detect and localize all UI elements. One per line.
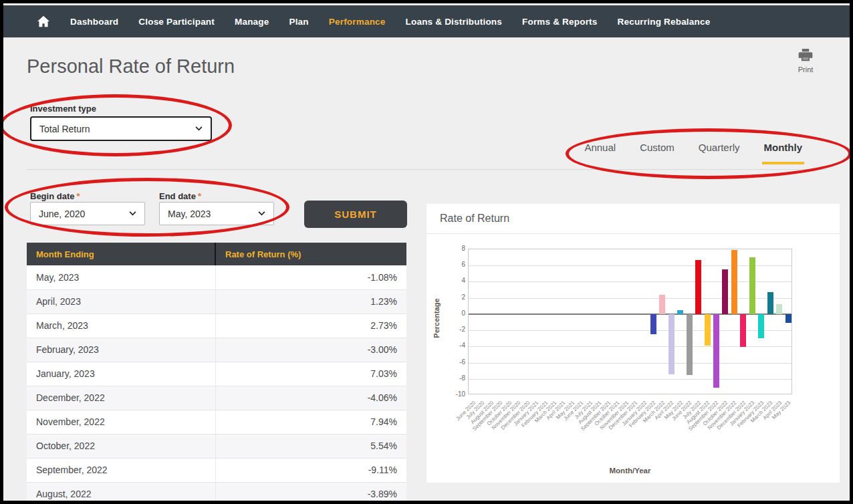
bar-april-2023: [776, 304, 782, 314]
y-axis-tick: -10: [448, 390, 465, 398]
table-row: August, 2022-3.89%: [27, 482, 406, 504]
gridline: [469, 379, 791, 380]
rate-of-return-cell: 7.03%: [215, 362, 406, 386]
nav-item-recurring-rebalance[interactable]: Recurring Rebalance: [618, 17, 711, 27]
column-header-rate-of-return: Rate of Return (%): [215, 243, 406, 265]
nav-item-close-participant[interactable]: Close Participant: [138, 17, 215, 27]
table-row: December, 2022-4.06%: [27, 386, 406, 410]
bar-september-2022: [713, 314, 719, 388]
end-date-label: End date*: [159, 191, 201, 201]
column-header-month-ending: Month Ending: [27, 243, 215, 265]
bar-october-2022: [722, 269, 728, 314]
bar-may-2022: [677, 310, 683, 314]
table-row: January, 20237.03%: [27, 362, 406, 386]
tab-monthly[interactable]: Monthly: [762, 142, 805, 164]
required-asterisk: *: [198, 191, 201, 201]
y-axis-tick: -4: [448, 342, 465, 349]
y-axis-tick: 4: [448, 277, 465, 284]
month-ending-cell: April, 2023: [27, 289, 215, 313]
gridline: [469, 265, 791, 266]
submit-button[interactable]: SUBMIT: [304, 201, 407, 228]
rate-of-return-cell: 2.73%: [215, 313, 406, 338]
begin-date-label: Begin date*: [30, 191, 80, 201]
investment-type-select[interactable]: Total Return: [30, 116, 212, 141]
rate-of-return-cell: 7.94%: [215, 410, 406, 434]
bar-february-2022: [650, 314, 656, 334]
rate-of-return-cell: -3.89%: [215, 482, 406, 504]
y-axis-title: Percentage: [433, 288, 441, 348]
required-asterisk: *: [76, 191, 80, 201]
print-icon: [798, 52, 813, 64]
rate-of-return-chart-card: Rate of Return Percentage Month/Year 864…: [426, 204, 840, 483]
bar-august-2022: [705, 314, 711, 346]
rate-of-return-cell: 1.23%: [215, 289, 406, 313]
bar-march-2023: [767, 292, 773, 314]
begin-date-value: June, 2020: [39, 209, 85, 219]
month-ending-cell: August, 2022: [27, 482, 215, 504]
y-axis-tick: 2: [448, 293, 465, 301]
end-date-select[interactable]: May, 2023: [159, 202, 274, 225]
y-axis-tick: -2: [448, 326, 465, 333]
nav-item-dashboard[interactable]: Dashboard: [70, 17, 118, 27]
chart: Percentage Month/Year 86420-2-4-6-8-10Ju…: [426, 234, 840, 483]
y-axis-tick: -6: [448, 358, 465, 366]
home-icon[interactable]: [37, 15, 50, 27]
chart-plot: [468, 249, 792, 394]
bar-november-2022: [731, 250, 737, 314]
rate-of-return-cell: -1.08%: [215, 265, 406, 289]
table-row: October, 20225.54%: [27, 434, 406, 458]
month-ending-cell: September, 2022: [27, 458, 215, 482]
y-axis-tick: 6: [448, 261, 465, 268]
rate-of-return-table: Month Ending Rate of Return (%) May, 202…: [27, 243, 406, 504]
gridline: [469, 298, 791, 299]
nav-item-forms-reports[interactable]: Forms & Reports: [522, 17, 598, 27]
table-row: September, 2022-9.11%: [27, 458, 406, 482]
tab-quarterly[interactable]: Quarterly: [697, 142, 742, 164]
investment-type-label: Investment type: [30, 104, 96, 114]
rate-of-return-cell: -9.11%: [215, 458, 406, 482]
bar-may-2023: [785, 314, 791, 323]
table-row: November, 20227.94%: [27, 410, 406, 434]
month-ending-cell: February, 2023: [27, 338, 215, 362]
table-row: March, 20232.73%: [27, 313, 406, 338]
month-ending-cell: May, 2023: [27, 265, 215, 289]
bar-june-2022: [687, 314, 693, 375]
bar-july-2022: [695, 260, 701, 314]
rate-of-return-cell: -4.06%: [215, 386, 406, 410]
bar-april-2022: [668, 314, 675, 374]
print-button[interactable]: Print: [791, 49, 820, 74]
bar-february-2023: [758, 314, 764, 338]
month-ending-cell: December, 2022: [27, 386, 215, 410]
period-tabs: AnnualCustomQuarterlyMonthly: [582, 142, 804, 164]
table-row: February, 2023-3.00%: [27, 338, 406, 362]
month-ending-cell: October, 2022: [27, 434, 215, 458]
top-nav: DashboardClose ParticipantManagePlanPerf…: [3, 5, 850, 37]
chevron-down-icon: [129, 211, 136, 216]
nav-item-plan[interactable]: Plan: [289, 17, 308, 27]
bar-march-2022: [659, 295, 665, 314]
nav-item-loans-distributions[interactable]: Loans & Distributions: [406, 17, 502, 27]
chevron-down-icon: [195, 126, 203, 131]
table-row: May, 2023-1.08%: [27, 265, 406, 289]
table-body: May, 2023-1.08%April, 20231.23%March, 20…: [27, 265, 406, 504]
y-axis-tick: 0: [448, 309, 465, 317]
tab-custom[interactable]: Custom: [638, 142, 677, 164]
gridline: [469, 363, 791, 364]
tab-annual[interactable]: Annual: [582, 142, 618, 164]
app-window: DashboardClose ParticipantManagePlanPerf…: [0, 0, 853, 504]
nav-item-manage[interactable]: Manage: [235, 17, 269, 27]
gridline: [469, 281, 791, 282]
begin-date-select[interactable]: June, 2020: [30, 202, 145, 225]
page-title: Personal Rate of Return: [27, 55, 235, 78]
chevron-down-icon: [258, 211, 265, 216]
rate-of-return-cell: 5.54%: [215, 434, 406, 458]
month-ending-cell: January, 2023: [27, 362, 215, 386]
month-ending-cell: March, 2023: [27, 313, 215, 338]
end-date-value: May, 2023: [168, 209, 211, 219]
y-axis-tick: -8: [448, 374, 465, 382]
nav-item-performance[interactable]: Performance: [329, 17, 386, 27]
print-label: Print: [791, 66, 820, 74]
month-ending-cell: November, 2022: [27, 410, 215, 434]
bar-january-2023: [749, 257, 755, 314]
section-divider: [27, 169, 826, 170]
